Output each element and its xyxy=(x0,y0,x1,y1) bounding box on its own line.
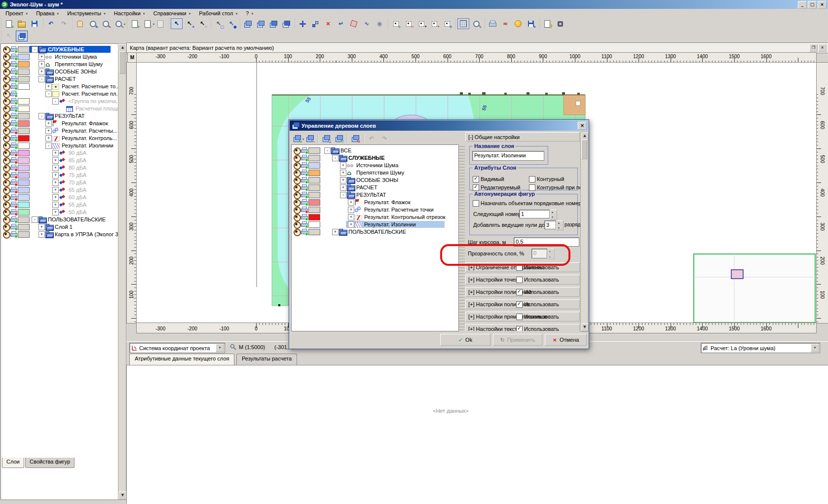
tree-row[interactable]: +90 дБА xyxy=(1,149,118,157)
edit-figure-button[interactable]: ✓ xyxy=(142,18,153,29)
tree-label[interactable]: 70 дБА xyxy=(69,180,86,185)
tree-label[interactable]: ОСОБЫЕ ЗОНЫ xyxy=(356,177,398,183)
print-icon[interactable] xyxy=(10,194,17,200)
layer-color-swatch[interactable] xyxy=(18,165,30,171)
visibility-eye-icon[interactable] xyxy=(3,91,10,98)
edit-nodes-button[interactable] xyxy=(309,18,321,29)
print-icon[interactable] xyxy=(301,170,307,176)
visibility-eye-icon[interactable] xyxy=(3,128,10,135)
attr-checkbox-4[interactable] xyxy=(529,184,535,191)
node-corner-button[interactable]: • xyxy=(415,18,427,29)
print-icon[interactable] xyxy=(301,221,307,227)
layer-color-swatch[interactable] xyxy=(308,221,320,228)
layer-color-swatch[interactable] xyxy=(308,184,320,191)
print-icon[interactable] xyxy=(301,199,307,205)
tree-row[interactable]: +80 дБА xyxy=(1,164,118,172)
visibility-eye-icon[interactable] xyxy=(3,83,10,91)
layer-color-swatch[interactable] xyxy=(308,229,320,235)
visibility-eye-icon[interactable] xyxy=(294,192,301,199)
tree-row[interactable]: -ПОЛЬЗОВАТЕЛЬСКИЕ xyxy=(1,216,118,223)
tree-expander[interactable]: - xyxy=(52,98,59,105)
pointer-drag-button[interactable]: ↖● xyxy=(226,18,237,29)
export-image-button[interactable]: + xyxy=(525,18,537,29)
print-icon[interactable] xyxy=(10,113,17,119)
tree-row[interactable]: -ВСЕ xyxy=(292,147,458,154)
tree-expander[interactable]: - xyxy=(32,216,38,223)
print-icon[interactable] xyxy=(10,150,17,156)
visibility-eye-icon[interactable] xyxy=(294,184,301,192)
visibility-eye-icon[interactable] xyxy=(294,214,301,221)
tree-label[interactable]: РЕЗУЛЬТАТ xyxy=(55,113,84,119)
print-icon[interactable] xyxy=(301,184,307,190)
tree-row[interactable]: +Результат. Флажок xyxy=(292,199,458,206)
tree-expander[interactable]: + xyxy=(52,202,59,208)
layer-color-swatch[interactable] xyxy=(18,187,30,193)
tree-row[interactable]: +Карта в УПРЗА (Эколог 3) xyxy=(1,231,118,238)
attr-checkbox-3[interactable] xyxy=(473,184,479,191)
visibility-eye-icon[interactable] xyxy=(294,177,301,184)
chevron-down-icon[interactable] xyxy=(216,344,224,352)
tree-row[interactable]: +Результат. Флажок xyxy=(1,120,118,127)
redo-button[interactable]: ↷ xyxy=(58,18,70,29)
tree-label[interactable]: <Группа по умолча... xyxy=(69,98,118,104)
tree-label[interactable]: ПОЛЬЗОВАТЕЛЬСКИЕ xyxy=(348,229,406,235)
print-icon[interactable] xyxy=(301,162,307,168)
visibility-eye-icon[interactable] xyxy=(294,147,301,155)
print-icon[interactable] xyxy=(10,69,17,74)
snap-grid-button[interactable] xyxy=(457,18,469,29)
use-checkbox[interactable] xyxy=(516,314,523,320)
copy-layer-dashed-button[interactable] xyxy=(255,18,266,29)
tree-label[interactable]: 55 дБА xyxy=(69,202,86,208)
general-settings-header[interactable]: [-] Общие настройки xyxy=(465,132,580,142)
menu-Рабочий стол[interactable]: Рабочий стол xyxy=(195,9,241,18)
tree-label[interactable]: Препятствия Шуму xyxy=(356,170,404,176)
map-close-button[interactable]: × xyxy=(818,44,827,52)
tree-expander[interactable]: + xyxy=(45,83,52,90)
add-layer-button[interactable]: + xyxy=(291,133,303,144)
visibility-eye-icon[interactable] xyxy=(3,113,10,120)
attr-checkbox-1[interactable] xyxy=(473,176,479,182)
print-icon[interactable] xyxy=(10,120,17,126)
tree-expander[interactable]: + xyxy=(52,150,59,156)
tree-row[interactable]: -<Группа по умолча... xyxy=(1,98,118,105)
tree-label[interactable]: 80 дБА xyxy=(69,165,86,171)
tree-label[interactable]: Результат. Изолинии xyxy=(62,143,113,148)
tree-expander[interactable]: + xyxy=(340,162,346,169)
layer-color-swatch[interactable] xyxy=(308,192,320,198)
menu-Проект[interactable]: Проект xyxy=(2,9,32,18)
redo-tree-button[interactable]: ↷ xyxy=(378,133,390,144)
visibility-eye-icon[interactable] xyxy=(294,170,301,177)
ok-button[interactable]: ✓Ok xyxy=(440,334,490,346)
tree-expander[interactable]: + xyxy=(332,229,339,235)
pointer-button[interactable]: ↖ xyxy=(171,18,183,29)
tab-1[interactable]: Атрибутивные данные текущего слоя xyxy=(129,354,234,365)
dialog-close-icon[interactable]: × xyxy=(578,122,587,130)
visibility-eye-icon[interactable] xyxy=(3,187,10,194)
tree-row[interactable]: -РЕЗУЛЬТАТ xyxy=(1,112,118,120)
calc-result-select[interactable]: Расчет: La (Уровни шума) xyxy=(701,343,820,353)
layer-color-swatch[interactable] xyxy=(18,46,30,53)
tree-row[interactable]: +Источники Шума xyxy=(1,53,118,61)
tree-expander[interactable]: - xyxy=(38,113,45,119)
layer-color-swatch[interactable] xyxy=(18,128,30,134)
visibility-eye-icon[interactable] xyxy=(3,120,10,128)
tree-label[interactable]: ОСОБЫЕ ЗОНЫ xyxy=(55,69,97,74)
print-icon[interactable] xyxy=(10,180,17,185)
print-icon[interactable] xyxy=(10,61,17,67)
print-icon[interactable] xyxy=(10,216,17,222)
tree-row[interactable]: +50 дБА xyxy=(1,209,118,216)
print-icon[interactable] xyxy=(10,91,17,97)
tree-row[interactable]: +70 дБА xyxy=(1,179,118,186)
tree-row[interactable]: +РАСЧЕТ xyxy=(292,184,458,191)
tree-label[interactable]: 50 дБА xyxy=(69,209,86,215)
print-icon[interactable] xyxy=(10,187,17,193)
layer-color-swatch[interactable] xyxy=(18,172,30,179)
tree-row[interactable]: +Расчет. Расчетные то... xyxy=(1,83,118,90)
print-icon[interactable] xyxy=(10,202,17,208)
print-icon[interactable] xyxy=(10,98,17,104)
tree-label[interactable]: ПОЛЬЗОВАТЕЛЬСКИЕ xyxy=(48,216,106,222)
visibility-eye-icon[interactable] xyxy=(294,207,301,214)
tree-label[interactable]: РАСЧЕТ xyxy=(356,184,377,190)
merge-layers-button[interactable] xyxy=(267,18,279,29)
print-icon[interactable] xyxy=(301,177,307,183)
